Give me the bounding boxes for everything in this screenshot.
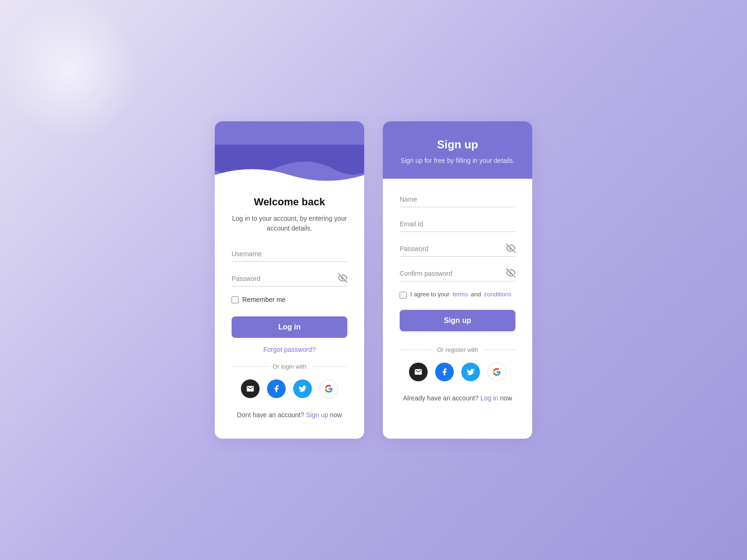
login-button[interactable]: Log in <box>232 316 347 338</box>
forgot-password-link[interactable]: Forgot password? <box>263 346 316 353</box>
signup-google-icon <box>493 368 501 376</box>
login-title: Welcome back <box>232 196 347 208</box>
have-account-suffix: now <box>500 394 512 402</box>
terms-link[interactable]: terms <box>452 291 468 298</box>
username-field-group <box>232 246 347 262</box>
name-field-group <box>400 192 515 207</box>
signup-or-text: Or register with <box>437 346 478 353</box>
facebook-icon <box>272 385 281 393</box>
remember-label: Remember me <box>242 296 286 303</box>
have-account-text: Already have an account? <box>403 394 479 402</box>
divider-line-left <box>232 366 268 367</box>
twitter-icon <box>298 385 307 393</box>
login-subtitle: Log in to your account, by entering your… <box>232 214 347 233</box>
signup-bottom-text: Already have an account? Log in now <box>400 394 515 402</box>
signup-card: Sign up Sign up for free by filling in y… <box>383 121 532 439</box>
login-bottom-text: Dont have an account? Sign up now <box>232 411 347 419</box>
signup-body: I agree to your terms and conditions Sig… <box>383 179 532 419</box>
no-account-text: Dont have an account? <box>237 411 304 419</box>
login-password-toggle-icon[interactable] <box>338 273 347 285</box>
name-input[interactable] <box>400 192 515 207</box>
signup-password-toggle-icon[interactable] <box>506 243 515 255</box>
signup-password-input[interactable] <box>400 241 515 257</box>
terms-checkbox[interactable] <box>400 292 407 299</box>
login-card: Welcome back Log in to your account, by … <box>215 121 364 439</box>
username-input[interactable] <box>232 246 347 262</box>
divider-line-right <box>311 366 347 367</box>
signup-subtitle: Sign up for free by filling in your deta… <box>396 156 519 166</box>
email-input[interactable] <box>400 217 515 232</box>
signup-title: Sign up <box>396 138 519 151</box>
confirm-password-toggle-icon[interactable] <box>506 268 515 280</box>
login-google-button[interactable] <box>319 379 338 398</box>
no-account-suffix: now <box>330 411 342 419</box>
remember-me-row: Remember me <box>232 296 347 303</box>
signup-email-button[interactable] <box>409 363 428 381</box>
login-body: Welcome back Log in to your account, by … <box>215 182 364 437</box>
password-field-group <box>232 271 347 287</box>
forgot-password-row: Forgot password? <box>232 345 347 354</box>
login-social-icons <box>232 379 347 398</box>
terms-label: I agree to your terms and conditions <box>410 291 513 298</box>
signup-password-field-group <box>400 241 515 257</box>
signup-header: Sign up Sign up for free by filling in y… <box>383 121 532 179</box>
signup-google-button[interactable] <box>487 363 506 381</box>
login-twitter-button[interactable] <box>293 379 312 398</box>
signup-link[interactable]: Sign up <box>306 411 328 419</box>
login-password-input[interactable] <box>232 271 347 287</box>
login-link[interactable]: Log in <box>480 394 498 402</box>
confirm-password-input[interactable] <box>400 266 515 281</box>
login-wave-header <box>215 121 364 182</box>
login-email-button[interactable] <box>241 379 260 398</box>
terms-and: and <box>471 291 481 298</box>
signup-facebook-button[interactable] <box>435 363 454 381</box>
signup-button[interactable]: Sign up <box>400 310 515 331</box>
login-divider: Or login with <box>232 363 347 370</box>
google-icon <box>324 385 333 393</box>
terms-row: I agree to your terms and conditions <box>400 291 515 299</box>
signup-facebook-icon <box>440 368 449 376</box>
terms-text: I agree to your <box>410 291 450 298</box>
signup-social-icons <box>400 363 515 381</box>
login-or-text: Or login with <box>273 363 306 370</box>
signup-twitter-button[interactable] <box>461 363 480 381</box>
remember-checkbox[interactable] <box>232 296 239 303</box>
signup-divider-line-right <box>483 350 515 350</box>
email-icon <box>246 385 254 393</box>
signup-twitter-icon <box>466 368 475 376</box>
login-facebook-button[interactable] <box>267 379 286 398</box>
signup-divider: Or register with <box>400 346 515 353</box>
email-field-group <box>400 217 515 232</box>
conditions-link[interactable]: conditions <box>484 291 512 298</box>
signup-email-icon <box>414 368 423 376</box>
signup-divider-line-left <box>400 350 432 350</box>
confirm-password-field-group <box>400 266 515 281</box>
